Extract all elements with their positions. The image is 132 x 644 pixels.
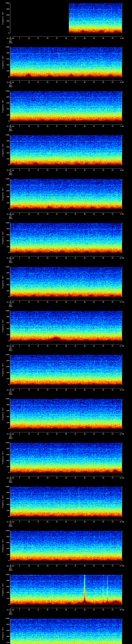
x-tick-label: 30 (64, 609, 69, 611)
y-tick-label: 0 (4, 252, 9, 254)
x-tick-label: 40 (82, 170, 87, 171)
y-axis-title: Frequency (Hz) (2, 231, 4, 244)
y-tick-label: 1000 (4, 354, 9, 356)
y-tick-label: 1000 (4, 442, 9, 444)
x-tick-label: 25 (54, 345, 59, 347)
x-tick-label: 20 (45, 477, 50, 479)
x-tick-label: 55 (110, 170, 115, 171)
x-tick-label: 30 (64, 170, 69, 171)
y-tick-label: 200 (4, 642, 9, 643)
date-line: 2015 (7, 130, 14, 132)
y-tick-label: 1000 (4, 530, 9, 532)
y-axis-title: Frequency (Hz) (2, 144, 4, 156)
x-tick-label: 55 (110, 257, 115, 259)
y-axis-title: Frequency (Hz) (2, 100, 4, 112)
y-tick-label: 1000 (4, 398, 9, 400)
spectrogram-panel: Frequency (Hz)02004006008001000510152025… (0, 88, 132, 132)
y-tick-label: 600 (4, 234, 9, 236)
date-line: 2015 (7, 174, 14, 176)
y-tick-label: 800 (4, 448, 9, 450)
x-tick-label: 25 (54, 214, 59, 215)
spectrogram-panel: Frequency (Hz)02004006008001000510152025… (0, 572, 132, 616)
date-line: 2015 (7, 526, 14, 527)
y-axis-title: Frequency (Hz) (2, 583, 4, 596)
x-tick-label: 35 (73, 565, 78, 567)
x-tick-label: 35 (73, 126, 78, 127)
y-tick-label: 1000 (4, 486, 9, 488)
x-tick-label: 15 (36, 170, 41, 171)
spectrogram-panel: Frequency (Hz)02004006008001000510152025… (0, 308, 132, 352)
x-end-time-label: 5:00 (117, 38, 126, 39)
x-tick-label: 10 (26, 302, 32, 303)
spectrogram-panel: Frequency (Hz)02004006008001000510152025… (0, 528, 132, 572)
y-tick-label: 800 (4, 96, 9, 98)
y-tick-label: 400 (4, 504, 9, 505)
y-tick-label: 1000 (4, 574, 9, 575)
x-tick-label: 15 (36, 214, 41, 215)
y-tick-label: 1000 (4, 266, 9, 268)
x-tick-label: 40 (82, 565, 87, 567)
y-tick-label: 0 (4, 296, 9, 298)
x-end-time-label: 6:00 (117, 82, 126, 83)
x-tick-label: 50 (101, 345, 106, 347)
x-tick-label: 10 (26, 477, 32, 479)
x-tick-label: 5 (17, 345, 22, 347)
y-tick-label: 0 (4, 472, 9, 473)
y-tick-label: 600 (4, 410, 9, 412)
x-tick-label: 5 (17, 257, 22, 259)
y-tick-label: 200 (4, 290, 9, 292)
x-tick-label: 55 (110, 214, 115, 215)
x-tick-label: 30 (64, 477, 69, 479)
y-tick-label: 800 (4, 624, 9, 625)
y-tick-label: 400 (4, 372, 9, 374)
y-tick-label: 0 (4, 340, 9, 342)
x-tick-label: 10 (26, 38, 32, 39)
y-axis-title: Frequency (Hz) (2, 539, 4, 552)
y-tick-label: 400 (4, 108, 9, 110)
y-tick-label: 600 (4, 542, 9, 544)
y-tick-label: 400 (4, 548, 9, 549)
y-tick-label: 0 (4, 516, 9, 517)
x-end-time-label: 9:00 (117, 214, 126, 215)
date-line: 2015 (7, 262, 14, 263)
x-end-time-label: 8:00 (117, 170, 126, 171)
x-tick-label: 15 (36, 126, 41, 127)
y-tick-label: 800 (4, 536, 9, 537)
y-tick-label: 200 (4, 378, 9, 380)
y-tick-label: 0 (4, 428, 9, 430)
x-tick-label: 35 (73, 302, 78, 303)
x-tick-label: 50 (101, 433, 106, 435)
x-tick-label: 15 (36, 302, 41, 303)
date-line: 2015 (7, 42, 14, 44)
x-tick-label: 25 (54, 433, 59, 435)
y-tick-label: 0 (4, 76, 9, 78)
spectrogram-panel: Frequency (Hz)02004006008001000510152025… (0, 616, 132, 644)
y-tick-label: 800 (4, 272, 9, 274)
x-tick-label: 25 (54, 38, 59, 39)
y-tick-label: 1000 (4, 222, 9, 224)
date-line: 2015 (7, 614, 14, 615)
y-tick-label: 400 (4, 20, 9, 22)
x-tick-label: 20 (45, 214, 50, 215)
x-tick-label: 50 (101, 389, 106, 391)
y-tick-label: 600 (4, 454, 9, 456)
x-end-time-label: 7:00 (117, 126, 126, 127)
x-tick-label: 15 (36, 477, 41, 479)
x-tick-label: 50 (101, 521, 106, 523)
x-tick-label: 50 (101, 302, 106, 303)
x-tick-label: 55 (110, 302, 115, 303)
y-tick-label: 800 (4, 8, 9, 10)
y-tick-label: 200 (4, 70, 9, 72)
x-tick-label: 55 (110, 609, 115, 611)
x-tick-label: 45 (92, 345, 96, 347)
spectrogram-panel: Frequency (Hz)02004006008001000510152025… (0, 396, 132, 440)
x-tick-label: 20 (45, 257, 50, 259)
x-tick-label: 25 (54, 389, 59, 391)
x-tick-label: 15 (36, 433, 41, 435)
x-tick-label: 5 (17, 389, 22, 391)
y-tick-label: 400 (4, 64, 9, 66)
x-tick-label: 35 (73, 389, 78, 391)
x-tick-label: 25 (54, 565, 59, 567)
y-axis-title: Frequency (Hz) (2, 319, 4, 332)
x-tick-label: 55 (110, 565, 115, 567)
